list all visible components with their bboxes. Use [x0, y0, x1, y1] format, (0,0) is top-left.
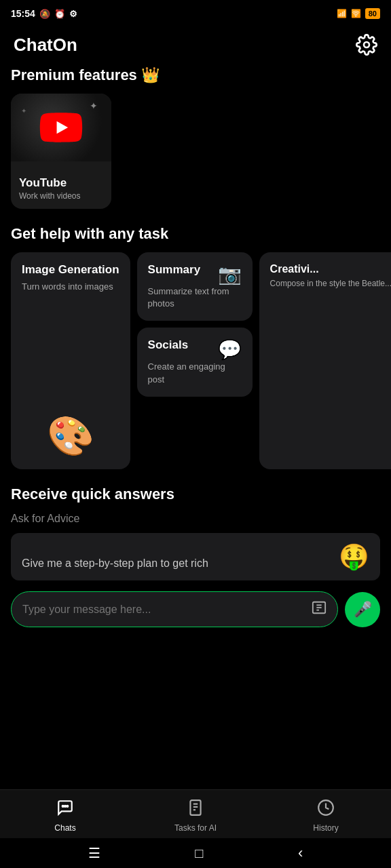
signal-icon: 📶: [337, 9, 347, 18]
tasks-section: Get help with any task Image Generation …: [11, 225, 380, 469]
back-nav-button[interactable]: ‹: [298, 844, 303, 862]
nav-item-history[interactable]: History: [261, 799, 391, 833]
message-input[interactable]: [22, 604, 306, 616]
svg-point-0: [364, 42, 369, 47]
alarm-icon: ⏰: [54, 9, 65, 19]
input-bar: 🎤: [0, 591, 391, 635]
task-card-image-gen[interactable]: Image Generation Turn words into images …: [11, 252, 130, 469]
svg-point-6: [64, 805, 66, 806]
wifi-icon: 🛜: [351, 9, 361, 18]
status-right: 📶 🛜 80: [337, 8, 380, 19]
summary-title: Summary: [148, 263, 200, 277]
creativity-desc-partial: Compose in the style the Beatle...: [270, 278, 391, 290]
quick-answers-title: Receive quick answers: [11, 486, 380, 503]
main-content: Premium features 👑 ✦ ✦ YouTube Work with…: [0, 66, 391, 591]
quick-answers-subtitle: Ask for Advice: [11, 513, 380, 525]
summary-desc: Summarize text from photos: [148, 285, 242, 310]
tasks-title: Get help with any task: [11, 225, 380, 243]
text-input-container[interactable]: [11, 591, 338, 627]
app-header: ChatOn: [0, 27, 391, 66]
star-deco2: ✦: [21, 107, 26, 115]
app-title: ChatOn: [14, 35, 77, 56]
youtube-logo-icon: [39, 113, 83, 142]
right-column: Summary 📷 Summarize text from photos Soc…: [137, 252, 253, 469]
suggestion-bubble[interactable]: Give me a step-by-step plan to get rich …: [11, 533, 380, 580]
chat-bubble-icon: 💬: [218, 338, 242, 361]
youtube-card[interactable]: ✦ ✦ YouTube Work with videos: [11, 94, 111, 209]
mic-button[interactable]: 🎤: [345, 592, 380, 627]
status-bar: 15:54 🔕 ⏰ ⚙ 📶 🛜 80: [0, 0, 391, 27]
quick-answers-section: Receive quick answers Ask for Advice Giv…: [11, 486, 380, 580]
premium-section: Premium features 👑 ✦ ✦ YouTube Work with…: [11, 66, 380, 209]
chats-nav-label: Chats: [54, 823, 75, 833]
task-card-creativity-partial[interactable]: Creativi... Compose in the style the Bea…: [259, 252, 391, 469]
nav-item-chats[interactable]: Chats: [0, 799, 130, 833]
system-nav: ☰ □ ‹: [0, 838, 391, 868]
tasks-nav-icon: [187, 799, 204, 821]
task-card-summary[interactable]: Summary 📷 Summarize text from photos: [137, 252, 253, 321]
socials-title: Socials: [148, 338, 189, 352]
youtube-name: YouTube: [19, 176, 103, 190]
settings-icon-small: ⚙: [69, 9, 77, 19]
nav-item-tasks[interactable]: Tasks for AI: [130, 799, 261, 833]
camera-icon: 📷: [218, 263, 242, 285]
settings-button[interactable]: [356, 34, 377, 56]
battery-level: 80: [369, 9, 377, 18]
socials-header: Socials 💬: [148, 338, 242, 361]
chats-nav-icon: [56, 799, 74, 821]
task-card-socials[interactable]: Socials 💬 Create an engaging post: [137, 328, 253, 396]
youtube-card-text: YouTube Work with videos: [19, 176, 103, 201]
attach-icon[interactable]: [312, 600, 327, 618]
svg-point-7: [67, 805, 68, 806]
suggestion-text: Give me a step-by-step plan to get rich: [22, 556, 332, 571]
suggestion-emoji: 🤑: [339, 542, 369, 571]
tasks-nav-label: Tasks for AI: [174, 823, 217, 833]
battery-icon: 80: [365, 8, 380, 19]
youtube-card-bg: ✦ ✦: [11, 94, 111, 161]
star-deco: ✦: [90, 100, 98, 111]
creativity-title-partial: Creativi...: [270, 263, 391, 275]
history-nav-icon: [317, 799, 335, 821]
tasks-grid: Image Generation Turn words into images …: [11, 252, 380, 469]
summary-header: Summary 📷: [148, 263, 242, 285]
history-nav-label: History: [313, 823, 338, 833]
menu-nav-button[interactable]: ☰: [88, 845, 100, 861]
time-display: 15:54: [11, 8, 35, 19]
image-gen-desc: Turn words into images: [22, 281, 119, 293]
palette-icon: 🎨: [22, 407, 119, 458]
svg-point-5: [62, 805, 64, 806]
premium-title: Premium features 👑: [11, 66, 380, 84]
mute-icon: 🔕: [39, 9, 50, 19]
bottom-nav: Chats Tasks for AI History: [0, 789, 391, 838]
home-nav-button[interactable]: □: [195, 846, 203, 861]
mic-icon: 🎤: [354, 601, 372, 618]
image-gen-title: Image Generation: [22, 263, 119, 277]
socials-desc: Create an engaging post: [148, 361, 242, 385]
status-time: 15:54 🔕 ⏰ ⚙: [11, 8, 77, 19]
youtube-desc: Work with videos: [19, 191, 103, 201]
